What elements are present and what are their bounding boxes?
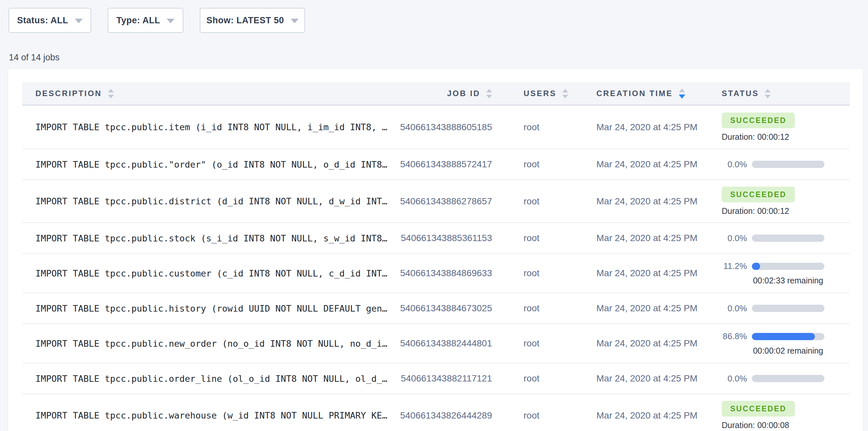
job-progress: 0.0% — [722, 303, 849, 314]
column-header-status[interactable]: STATUS — [700, 89, 849, 98]
progress-bar — [752, 375, 825, 382]
job-progress: 0.0% — [722, 159, 849, 170]
table-row[interactable]: IMPORT TABLE tpcc.public.item (i_id INT8… — [22, 105, 849, 149]
job-id: 540661343885361153 — [401, 233, 492, 243]
job-progress: 0.0% — [722, 233, 849, 243]
job-id: 540661343826444289 — [400, 410, 492, 421]
job-status: 0.0% — [700, 374, 849, 384]
jobs-table-card: DESCRIPTION JOB ID USERS CREATION TIME S… — [8, 69, 863, 431]
job-progress: 86.8% 00:00:02 remaining — [722, 331, 849, 356]
job-description: IMPORT TABLE tpcc.public.district (d_id … — [22, 196, 426, 206]
progress-bar — [752, 333, 825, 340]
column-header-creation-time[interactable]: CREATION TIME — [574, 89, 700, 99]
progress-bar — [752, 161, 825, 168]
sort-icons — [765, 89, 771, 98]
job-user: root — [492, 303, 574, 314]
status-badge-group: SUCCEEDED Duration: 00:00:12 — [722, 113, 849, 142]
sort-icons — [679, 89, 685, 99]
job-user: root — [492, 196, 574, 207]
table-row[interactable]: IMPORT TABLE tpcc.public.order_line (ol_… — [22, 363, 849, 394]
job-creation-time: Mar 24, 2020 at 4:25 PM — [574, 122, 700, 132]
sort-desc-icon — [765, 95, 771, 98]
progress-percent: 0.0% — [722, 233, 747, 243]
job-description: IMPORT TABLE tpcc.public.warehouse (w_id… — [22, 410, 426, 421]
sort-desc-icon — [486, 95, 492, 98]
progress-percent: 11.2% — [722, 261, 747, 271]
job-description: IMPORT TABLE tpcc.public.new_order (no_o… — [22, 339, 426, 349]
sort-icons — [562, 89, 568, 98]
job-id: 540661343882444801 — [400, 338, 492, 349]
job-user: root — [492, 268, 574, 278]
sort-icons — [486, 89, 492, 98]
status-badge-group: SUCCEEDED Duration: 00:00:08 — [722, 401, 849, 430]
status-badge-group: SUCCEEDED Duration: 00:00:12 — [722, 187, 849, 216]
progress-bar — [752, 263, 825, 270]
job-user: root — [492, 159, 574, 170]
table-body: IMPORT TABLE tpcc.public.item (i_id INT8… — [22, 105, 849, 431]
job-creation-time: Mar 24, 2020 at 4:25 PM — [574, 268, 700, 278]
progress-group: 0.0% — [722, 374, 849, 384]
table-row[interactable]: IMPORT TABLE tpcc.public.district (d_id … — [22, 179, 849, 222]
status-duration: Duration: 00:00:08 — [722, 421, 849, 430]
status-badge: SUCCEEDED — [722, 187, 795, 203]
job-status: SUCCEEDED Duration: 00:00:12 — [700, 113, 849, 142]
chevron-down-icon — [291, 19, 299, 23]
progress-percent: 0.0% — [722, 374, 747, 384]
progress-group: 0.0% — [722, 159, 849, 170]
sort-asc-icon — [486, 89, 492, 92]
job-creation-time: Mar 24, 2020 at 4:25 PM — [574, 159, 700, 170]
job-status: 0.0% — [700, 303, 849, 314]
column-label: CREATION TIME — [596, 89, 673, 98]
sort-asc-icon — [108, 89, 114, 92]
status-duration: Duration: 00:00:12 — [722, 132, 849, 142]
show-filter-dropdown[interactable]: Show: LATEST 50 — [200, 8, 305, 33]
progress-fill — [752, 263, 760, 270]
table-header-row: DESCRIPTION JOB ID USERS CREATION TIME S… — [22, 82, 849, 105]
column-label: JOB ID — [447, 89, 480, 98]
status-badge: SUCCEEDED — [722, 401, 795, 417]
job-creation-time: Mar 24, 2020 at 4:25 PM — [574, 410, 700, 421]
job-status: SUCCEEDED Duration: 00:00:12 — [700, 187, 849, 216]
job-description: IMPORT TABLE tpcc.public."order" (o_id I… — [22, 159, 426, 170]
sort-asc-icon — [765, 89, 771, 92]
sort-asc-icon — [679, 89, 685, 92]
job-creation-time: Mar 24, 2020 at 4:25 PM — [574, 196, 700, 207]
table-row[interactable]: IMPORT TABLE tpcc.public."order" (o_id I… — [22, 149, 849, 179]
table-row[interactable]: IMPORT TABLE tpcc.public.history (rowid … — [22, 293, 849, 324]
progress-group: 86.8% — [722, 331, 849, 341]
job-status: SUCCEEDED Duration: 00:00:08 — [700, 401, 849, 430]
chevron-down-icon — [167, 19, 175, 23]
status-filter-dropdown[interactable]: Status: ALL — [8, 8, 91, 33]
job-id: 540661343882117121 — [401, 373, 492, 384]
column-label: STATUS — [722, 89, 759, 98]
sort-desc-active-icon — [679, 94, 685, 99]
column-header-job-id[interactable]: JOB ID — [426, 89, 492, 98]
table-row[interactable]: IMPORT TABLE tpcc.public.new_order (no_o… — [22, 324, 849, 363]
job-description: IMPORT TABLE tpcc.public.customer (c_id … — [22, 268, 426, 278]
progress-percent: 0.0% — [722, 303, 747, 314]
job-description: IMPORT TABLE tpcc.public.stock (s_i_id I… — [22, 233, 426, 243]
job-creation-time: Mar 24, 2020 at 4:25 PM — [574, 303, 700, 314]
table-row[interactable]: IMPORT TABLE tpcc.public.customer (c_id … — [22, 253, 849, 293]
progress-fill — [752, 333, 815, 340]
column-header-users[interactable]: USERS — [492, 89, 574, 98]
job-id: 540661343888572417 — [400, 159, 492, 170]
filter-bar: Status: ALL Type: ALL Show: LATEST 50 — [8, 8, 305, 33]
job-description: IMPORT TABLE tpcc.public.item (i_id INT8… — [22, 122, 426, 132]
type-filter-dropdown[interactable]: Type: ALL — [107, 8, 183, 33]
job-id: 540661343886278657 — [400, 196, 492, 207]
job-status: 0.0% — [700, 159, 849, 170]
column-header-description[interactable]: DESCRIPTION — [22, 89, 426, 98]
table-row[interactable]: IMPORT TABLE tpcc.public.warehouse (w_id… — [22, 394, 849, 431]
sort-desc-icon — [562, 95, 568, 98]
status-duration: Duration: 00:00:12 — [722, 206, 849, 216]
job-user: root — [492, 338, 574, 349]
job-id: 540661343884869633 — [400, 268, 492, 278]
job-creation-time: Mar 24, 2020 at 4:25 PM — [574, 233, 700, 243]
sort-asc-icon — [562, 89, 568, 92]
job-user: root — [492, 410, 574, 421]
job-description: IMPORT TABLE tpcc.public.order_line (ol_… — [22, 374, 426, 384]
table-row[interactable]: IMPORT TABLE tpcc.public.stock (s_i_id I… — [22, 222, 849, 253]
progress-group: 11.2% — [722, 261, 849, 271]
column-label: USERS — [524, 89, 556, 98]
